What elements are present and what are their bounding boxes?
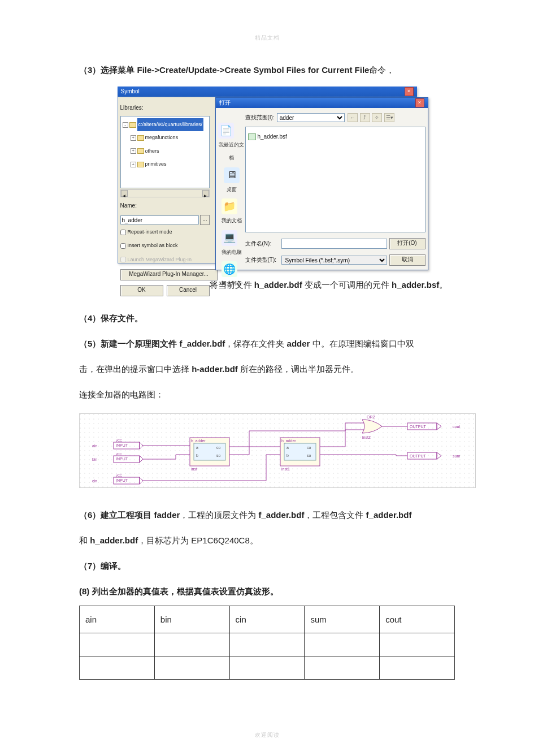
tree-expand-icon[interactable]: + <box>131 135 136 141</box>
tree-item[interactable]: megafunctions <box>145 131 179 144</box>
file-name: h_adder.bsf <box>258 129 287 144</box>
h-adder-block-1: h_adder a b co so inst <box>190 438 229 471</box>
header-watermark: 精品文档 <box>28 34 506 42</box>
views-icon[interactable]: ☰▾ <box>384 113 394 122</box>
side-label: 网上邻居 <box>222 277 242 290</box>
my-computer-icon[interactable]: 💻 <box>222 230 237 246</box>
svg-text:b: b <box>196 453 198 457</box>
filetype-label: 文件类型(T): <box>245 253 279 267</box>
name-input[interactable] <box>120 215 199 224</box>
tree-scrollbar[interactable]: ◄► <box>120 189 210 197</box>
tree-collapse-icon[interactable]: - <box>123 122 128 128</box>
back-icon[interactable]: ← <box>348 113 358 122</box>
launch-megawizard-checkbox <box>120 257 126 262</box>
symbol-titlebar[interactable]: Symbol × <box>118 87 417 97</box>
filetype-select[interactable]: Symbol Files (*.bsf;*.sym) <box>281 256 387 265</box>
tree-expand-icon[interactable]: + <box>131 162 136 167</box>
close-icon[interactable]: × <box>415 98 424 107</box>
open-button[interactable]: 打开(O) <box>389 238 426 249</box>
open-cancel-button[interactable]: 取消 <box>389 254 426 266</box>
table-row <box>80 633 455 656</box>
svg-text:cout: cout <box>453 425 460 429</box>
up-icon[interactable]: ⤴ <box>360 113 370 122</box>
svg-text:so: so <box>307 453 311 457</box>
f-adder-bdf-top: f_adder.bdf <box>259 510 305 520</box>
step-3: （3）选择菜单 File->Create/Update->Create Symb… <box>79 59 455 81</box>
tree-item[interactable]: primitives <box>145 158 167 171</box>
svg-text:a: a <box>196 446 198 450</box>
svg-text:VCC: VCC <box>116 474 122 477</box>
step-6-pre: （6）建立工程项目 <box>79 510 154 520</box>
open-toolbar: ← ⤴ ✧ ☰▾ <box>347 110 394 125</box>
th-cin: cin <box>229 606 305 633</box>
insert-block-checkbox[interactable] <box>120 243 126 249</box>
cancel-button[interactable]: Cancel <box>167 285 210 296</box>
tree-root[interactable]: c:/altera/90/quartus/libraries/ <box>137 118 204 131</box>
circuit-title: 连接全加器的电路图： <box>79 383 455 405</box>
t: 和 <box>79 535 90 545</box>
filename-label: 文件名(N): <box>245 236 279 251</box>
name-label: Name: <box>120 198 210 213</box>
open-titlebar[interactable]: 打开 × <box>216 98 428 108</box>
full-adder-schematic: ain INPUT VCC bin INPUT VCC cin INPUT VC <box>79 413 476 488</box>
megawizard-button[interactable]: MegaWizard Plug-In Manager... <box>120 269 218 280</box>
svg-text:co: co <box>307 446 311 450</box>
svg-text:a: a <box>286 446 289 450</box>
h-adder-block-2: h_adder a b co so inst1 <box>280 438 320 471</box>
t: 击，在弹出的提示窗口中选择 <box>79 364 192 374</box>
lookin-select[interactable]: adder <box>277 113 345 122</box>
filename-input[interactable] <box>281 239 387 249</box>
file-item[interactable]: h_adder.bsf <box>248 129 423 144</box>
table-row: ain bin cin sum cout <box>80 606 455 633</box>
t: 中。在原理图编辑窗口中双 <box>310 339 414 348</box>
truth-table: ain bin cin sum cout <box>79 606 455 680</box>
t: ，目标芯片为 EP1C6Q240C8。 <box>138 535 258 545</box>
insert-block-label: Insert symbol as block <box>128 239 178 252</box>
browse-button[interactable]: ... <box>200 215 209 225</box>
svg-rect-26 <box>284 443 316 460</box>
recent-docs-icon[interactable]: 📄 <box>218 123 234 139</box>
file-icon <box>248 133 256 140</box>
symbol-body: Libraries: -c:/altera/90/quartus/librari… <box>118 97 417 263</box>
f-adder-bdf-incl: f_adder.bdf <box>366 510 412 520</box>
new-folder-icon[interactable]: ✧ <box>372 113 382 122</box>
table-row <box>80 656 455 680</box>
step-7: （7）编译。 <box>79 561 126 571</box>
tree-expand-icon[interactable]: + <box>131 148 136 154</box>
ok-button[interactable]: OK <box>120 285 163 296</box>
svg-text:VCC: VCC <box>116 452 122 456</box>
network-icon[interactable]: 🌐 <box>222 261 237 277</box>
svg-text:inst: inst <box>191 467 197 471</box>
svg-text:co: co <box>216 446 221 450</box>
h-adder-bdf-incl: h_adder.bdf <box>90 535 138 545</box>
file-list[interactable]: h_adder.bsf <box>245 127 426 232</box>
close-icon[interactable]: × <box>405 87 414 96</box>
scroll-right-icon[interactable]: ► <box>202 190 209 197</box>
svg-text:OUTPUT: OUTPUT <box>410 425 427 429</box>
th-cout: cout <box>380 606 455 633</box>
t: 变成一个可调用的元件 <box>302 280 392 290</box>
svg-rect-18 <box>194 443 225 460</box>
svg-text:h_adder: h_adder <box>191 439 206 443</box>
h-adder-bsf: h_adder.bsf <box>392 280 439 290</box>
repeat-insert-checkbox[interactable] <box>120 230 126 235</box>
libraries-label: Libraries: <box>120 101 210 115</box>
my-documents-icon[interactable]: 📁 <box>222 198 237 214</box>
t: 。 <box>439 280 448 290</box>
libraries-tree[interactable]: -c:/altera/90/quartus/libraries/ +megafu… <box>120 116 210 188</box>
svg-text:INPUT: INPUT <box>116 478 128 482</box>
t: ，工程包含文件 <box>304 510 366 520</box>
lookin-label: 查找范围(I): <box>245 110 275 125</box>
th-sum: sum <box>305 606 380 633</box>
svg-text:b: b <box>286 453 289 457</box>
svg-text:VCC: VCC <box>116 439 122 442</box>
open-sidebar: 📄我最近的文档 🖥桌面 📁我的文档 💻我的电脑 🌐网上邻居 <box>218 123 245 267</box>
desktop-icon[interactable]: 🖥 <box>224 167 240 183</box>
scroll-left-icon[interactable]: ◄ <box>121 190 128 197</box>
t: 所在的路径，调出半加器元件。 <box>238 364 359 374</box>
folder-icon <box>137 148 144 154</box>
step-8: (8) 列出全加器的真值表，根据真值表设置仿真波形。 <box>79 586 279 596</box>
svg-text:inst2: inst2 <box>362 435 371 439</box>
svg-text:INPUT: INPUT <box>116 443 128 447</box>
tree-item[interactable]: others <box>145 145 159 158</box>
